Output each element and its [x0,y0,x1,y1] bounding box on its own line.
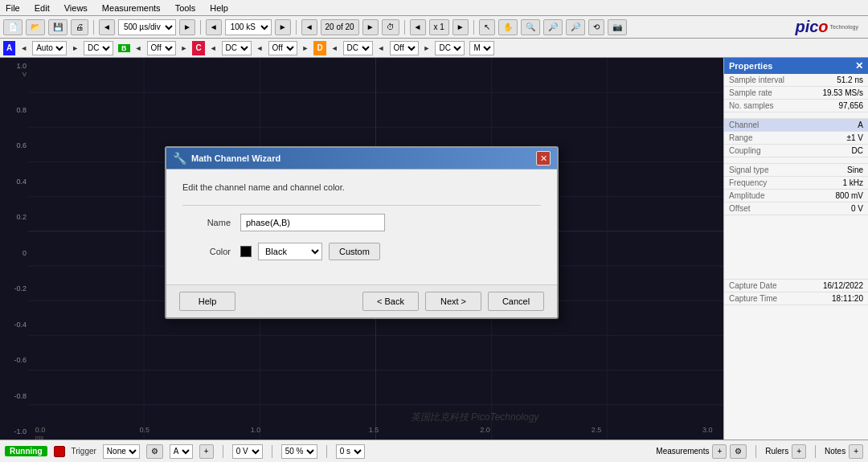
main-area: 1.0V 0.8 0.6 0.4 0.2 0 -0.2 -0.4 -0.6 -0… [0,58,868,440]
zoom-prev[interactable]: ◄ [410,19,426,35]
channel-c-dc[interactable]: DC [222,41,252,55]
y-label-06: 0.6 [2,141,27,149]
x-label-0: 0.0 [35,426,46,434]
samples-prev[interactable]: ◄ [206,19,222,35]
time-select[interactable]: 0 s [336,444,365,459]
y-label-02: 0.2 [2,213,27,221]
prop-row-no-samples: No. samples 97,656 [724,100,868,112]
channel-d-dc2[interactable]: DC [435,41,465,55]
new-btn[interactable]: 📄 [3,19,23,35]
channel-d-off[interactable]: Off [390,41,419,55]
channel-b-prev[interactable]: ◄ [135,44,142,52]
watermark-text: 英国比克科技 PicoTechnology [411,411,540,423]
channel-c-label: C [192,41,204,55]
x-label-05: 0.5 [139,426,149,434]
y-label-00: 0 [2,249,27,257]
prop-row-channel: Channel A [724,119,868,132]
channel-b-label: B [118,44,130,52]
channel-a-dc[interactable]: DC [84,41,113,55]
cursor-btn[interactable]: ↖ [479,19,495,35]
notes-add[interactable]: + [849,444,863,459]
x-label-15: 1.5 [369,426,379,434]
timebase-prev[interactable]: ◄ [99,19,115,35]
back-button[interactable]: < Back [362,292,419,311]
percent-select[interactable]: 50 % [281,444,317,459]
prop-value-range: ±1 V [800,132,868,145]
modal-close-button[interactable]: ✕ [536,151,551,166]
modal-title-text: 🔧 Math Channel Wizard [173,152,280,165]
channel-c-off[interactable]: Off [268,41,297,55]
menu-help[interactable]: Help [207,2,231,14]
voltage-select[interactable]: 0 V [232,444,263,459]
prop-row-sample-rate: Sample rate 19.53 MS/s [724,87,868,100]
prop-label-range: Range [724,132,800,145]
toolbar: 📄 📂 💾 🖨 ◄ 500 µs/div ► ◄ 100 kS ► ◄ 20 o… [0,16,868,39]
screenshot-btn[interactable]: 📷 [608,19,627,35]
trigger-channel-btn[interactable]: + [199,444,214,459]
next-button[interactable]: Next > [425,292,481,311]
channel-d-next[interactable]: ► [424,44,431,52]
measurements-settings[interactable]: ⚙ [730,444,747,459]
measurements-add[interactable]: + [712,444,727,459]
y-label-m10: -1.0 [2,427,27,435]
print-btn[interactable]: 🖨 [71,19,88,35]
y-label-m04: -0.4 [2,321,27,329]
menu-file[interactable]: File [3,2,23,14]
channel-d-prev[interactable]: ◄ [331,44,338,52]
timebase-next[interactable]: ► [179,19,195,35]
stop-button[interactable] [54,446,65,457]
zoom-in-btn[interactable]: 🔎 [543,19,563,35]
zoom-next[interactable]: ► [452,19,469,35]
properties-panel: Properties ✕ Sample interval 51.2 ns Sam… [723,58,868,440]
channel-b-next[interactable]: ► [181,44,188,52]
rulers-add[interactable]: + [792,444,806,459]
cancel-button[interactable]: Cancel [488,292,544,311]
channel-c-next[interactable]: ► [302,44,309,52]
prop-label-no-samples: No. samples [724,100,800,112]
samples-next[interactable]: ► [275,19,291,35]
channel-c-off-prev[interactable]: ◄ [256,44,264,52]
pan-btn[interactable]: ✋ [498,19,518,35]
zoom-area-btn[interactable]: 🔍 [521,19,540,35]
channel-d-off-prev[interactable]: ◄ [378,44,385,52]
channel-b-off[interactable]: Off [147,41,176,55]
properties-close[interactable]: ✕ [855,60,863,72]
menu-edit[interactable]: Edit [32,2,52,14]
color-select[interactable]: Black [258,243,322,260]
scope-display: 1.0V 0.8 0.6 0.4 0.2 0 -0.2 -0.4 -0.6 -0… [0,58,723,440]
menu-tools[interactable]: Tools [173,2,199,14]
save-btn[interactable]: 💾 [48,19,68,35]
modal-footer: Help < Back Next > Cancel [166,284,557,317]
zoom-reset-btn[interactable]: ⟲ [588,19,604,35]
x-label-3: 3.0 [702,426,713,434]
properties-title: Properties [729,61,772,71]
buffer-icon[interactable]: ⏱ [382,19,399,35]
channel-a-prev[interactable]: ◄ [20,44,27,52]
prop-label-signal-type: Signal type [724,164,800,177]
trigger-channel-select[interactable]: A [170,444,193,459]
timebase-select[interactable]: 500 µs/div [118,19,176,35]
prop-value-capture-date: 16/12/2022 [800,280,868,292]
trigger-settings-btn[interactable]: ⚙ [146,444,163,459]
prop-label-sample-interval: Sample interval [724,74,800,87]
prop-value-no-samples: 97,656 [800,100,868,112]
status-bar: Running Trigger None ⚙ A + 0 V 50 % 0 s … [0,440,868,462]
menu-views[interactable]: Views [62,2,90,14]
help-button[interactable]: Help [179,292,235,311]
zoom-out-btn[interactable]: 🔎 [566,19,585,35]
name-input[interactable] [240,214,385,231]
menu-measurements[interactable]: Measurements [100,2,163,14]
channel-d-dc[interactable]: DC [343,41,373,55]
custom-color-button[interactable]: Custom [329,243,380,260]
buffer-next[interactable]: ► [362,19,379,35]
trigger-select[interactable]: None [103,444,140,459]
channel-c-prev[interactable]: ◄ [210,44,217,52]
channel-d-label: D [313,41,326,55]
channel-a-coupling[interactable]: Auto [32,41,67,55]
samples-select[interactable]: 100 kS [225,19,272,35]
channel-math[interactable]: M [469,41,494,55]
x-label-2: 2.0 [480,426,490,434]
open-btn[interactable]: 📂 [26,19,45,35]
buffer-prev[interactable]: ◄ [301,19,317,35]
channel-a-next[interactable]: ► [72,44,79,52]
